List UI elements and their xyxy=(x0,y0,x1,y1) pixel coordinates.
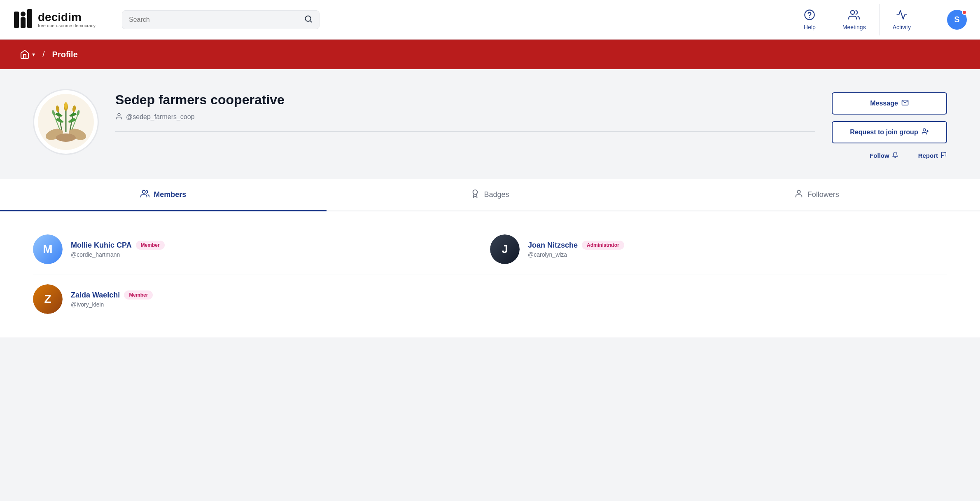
member-name-link-2[interactable]: Zaida Waelchi xyxy=(71,291,120,300)
member-handle-0: @cordie_hartmann xyxy=(71,251,490,258)
member-name-1: Joan Nitzsche Administrator xyxy=(528,241,947,250)
member-info-1: Joan Nitzsche Administrator @carolyn_wiz… xyxy=(528,241,947,258)
svg-point-31 xyxy=(797,190,800,193)
tab-badges[interactable]: Badges xyxy=(327,179,653,211)
bell-icon xyxy=(892,152,898,159)
username-text: @sedep_farmers_coop xyxy=(126,113,195,121)
member-info-0: Mollie Kuhic CPA Member @cordie_hartmann xyxy=(71,241,490,258)
tabs-container: Members Badges Followers xyxy=(0,179,980,211)
member-avatar-img-0: M xyxy=(33,234,63,264)
tab-followers[interactable]: Followers xyxy=(653,179,980,211)
user-initial: S xyxy=(954,15,959,24)
svg-rect-3 xyxy=(27,9,32,28)
add-user-icon xyxy=(922,128,929,137)
meetings-icon xyxy=(848,9,860,22)
tab-members[interactable]: Members xyxy=(0,179,327,211)
member-avatar-img-1: J xyxy=(490,234,520,264)
breadcrumb-current: Profile xyxy=(52,50,78,59)
svg-rect-1 xyxy=(21,17,26,28)
member-badge-2: Member xyxy=(124,290,153,300)
svg-point-12 xyxy=(56,133,76,142)
svg-point-2 xyxy=(21,12,26,16)
flag-icon xyxy=(940,152,947,159)
message-label: Message xyxy=(870,100,898,107)
follow-link[interactable]: Follow xyxy=(870,152,898,159)
activity-icon xyxy=(896,9,908,22)
member-handle-2: @ivory_klein xyxy=(71,301,490,308)
members-section: M Mollie Kuhic CPA Member @cordie_hartma… xyxy=(0,211,980,337)
main-header: decidim free open-source democracy xyxy=(0,0,980,40)
join-group-label: Request to join group xyxy=(850,129,918,136)
logo-brand: decidim xyxy=(38,12,96,23)
list-item: J Joan Nitzsche Administrator @carolyn_w… xyxy=(490,225,947,274)
svg-line-5 xyxy=(310,20,312,22)
profile-avatar xyxy=(33,89,99,155)
member-name-link-1[interactable]: Joan Nitzsche xyxy=(528,241,578,250)
svg-point-6 xyxy=(805,10,814,19)
svg-point-19 xyxy=(64,102,68,109)
member-info-2: Zaida Waelchi Member @ivory_klein xyxy=(71,290,490,308)
member-handle-1: @carolyn_wiza xyxy=(528,251,947,258)
nav-meetings-label: Meetings xyxy=(842,24,866,30)
member-badge-0: Member xyxy=(136,241,165,250)
profile-name: Sedep farmers cooperative xyxy=(115,92,815,108)
followers-tab-icon xyxy=(794,189,803,200)
tab-members-label: Members xyxy=(154,190,186,199)
search-input[interactable] xyxy=(129,16,300,23)
search-icon xyxy=(304,15,313,25)
user-avatar[interactable]: S xyxy=(947,10,967,30)
nav-activity[interactable]: Activity xyxy=(880,4,924,35)
members-grid: M Mollie Kuhic CPA Member @cordie_hartma… xyxy=(33,225,947,324)
list-item: M Mollie Kuhic CPA Member @cordie_hartma… xyxy=(33,225,490,274)
action-links: Follow Report xyxy=(870,152,947,159)
search-box xyxy=(122,10,320,29)
logo-text: decidim free open-source democracy xyxy=(38,12,96,28)
logo-sub: free open-source democracy xyxy=(38,23,96,28)
notification-badge xyxy=(962,10,967,15)
nav-activity-label: Activity xyxy=(893,24,911,30)
tab-followers-label: Followers xyxy=(807,190,839,199)
nav-help-label: Help xyxy=(804,24,816,30)
member-name-0: Mollie Kuhic CPA Member xyxy=(71,241,490,250)
svg-point-24 xyxy=(118,113,120,116)
member-avatar-0: M xyxy=(33,234,63,264)
member-name-link-0[interactable]: Mollie Kuhic CPA xyxy=(71,241,132,250)
report-label: Report xyxy=(918,152,938,159)
help-icon xyxy=(804,9,815,22)
follow-label: Follow xyxy=(870,152,889,159)
person-icon xyxy=(115,112,123,122)
member-name-2: Zaida Waelchi Member xyxy=(71,290,490,300)
breadcrumb-home[interactable]: ▾ xyxy=(20,49,35,59)
svg-point-8 xyxy=(851,10,854,14)
profile-actions: Message Request to join group xyxy=(832,89,947,159)
member-avatar-2: Z xyxy=(33,284,63,314)
member-avatar-1: J xyxy=(490,234,520,264)
svg-rect-0 xyxy=(14,12,19,28)
search-area xyxy=(122,10,320,29)
join-group-button[interactable]: Request to join group xyxy=(832,121,947,143)
main-nav: Help Meetings Activity xyxy=(791,4,924,35)
list-item: Z Zaida Waelchi Member @ivory_klein xyxy=(33,274,490,324)
members-tab-icon xyxy=(140,189,149,200)
nav-meetings[interactable]: Meetings xyxy=(829,4,880,35)
logo-icon xyxy=(13,7,35,32)
svg-point-29 xyxy=(142,190,145,193)
tab-badges-label: Badges xyxy=(484,190,509,199)
nav-help[interactable]: Help xyxy=(791,4,829,35)
breadcrumb-separator: / xyxy=(42,50,45,59)
breadcrumb-bar: ▾ / Profile xyxy=(0,40,980,69)
report-link[interactable]: Report xyxy=(918,152,947,159)
message-button[interactable]: Message xyxy=(832,92,947,115)
profile-info: Sedep farmers cooperative @sedep_farmers… xyxy=(115,89,815,142)
logo[interactable]: decidim free open-source democracy xyxy=(13,7,96,32)
badges-tab-icon xyxy=(471,189,480,200)
breadcrumb-chevron-down: ▾ xyxy=(32,51,35,58)
profile-section: Sedep farmers cooperative @sedep_farmers… xyxy=(0,69,980,173)
message-icon xyxy=(901,99,909,108)
member-badge-1: Administrator xyxy=(582,241,624,250)
profile-divider xyxy=(115,131,815,132)
member-avatar-img-2: Z xyxy=(33,284,63,314)
profile-username: @sedep_farmers_coop xyxy=(115,112,815,122)
svg-point-25 xyxy=(923,129,925,131)
